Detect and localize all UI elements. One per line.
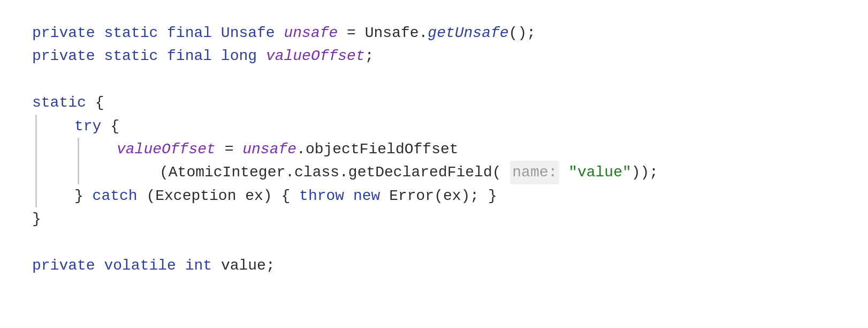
plain-text: Error(ex); } bbox=[380, 184, 497, 207]
plain-text: } bbox=[32, 207, 41, 230]
keyword: private static final bbox=[32, 21, 221, 44]
keyword: try bbox=[74, 115, 101, 138]
string-value: "value" bbox=[568, 161, 631, 184]
plain-text: (AtomicInteger.class.getDeclaredField( bbox=[159, 161, 510, 184]
keyword: long bbox=[221, 44, 266, 68]
gutter-inner-content: valueOffset = unsafe.objectFieldOffset (… bbox=[79, 138, 836, 184]
type-name: Unsafe bbox=[221, 21, 284, 44]
plain-text: .objectFieldOffset bbox=[296, 138, 458, 161]
code-line-3: static { bbox=[32, 91, 836, 114]
plain-text bbox=[344, 184, 353, 207]
code-line-8: } bbox=[32, 207, 836, 230]
plain-text: (Exception ex) { bbox=[138, 184, 299, 207]
variable: unsafe bbox=[242, 138, 296, 161]
plain-text: { bbox=[101, 115, 119, 138]
keyword: static bbox=[32, 91, 86, 114]
code-line-2: private static final long valueOffset; bbox=[32, 44, 836, 68]
plain-text: = bbox=[216, 138, 242, 161]
method-name: getUnsafe bbox=[428, 21, 508, 44]
code-line-9: private volatile int value; bbox=[32, 254, 836, 277]
blank-line bbox=[32, 68, 836, 91]
plain-text: } bbox=[74, 184, 93, 207]
plain-text: { bbox=[86, 91, 104, 114]
blank-line-2 bbox=[32, 231, 836, 254]
code-line-6: (AtomicInteger.class.getDeclaredField( n… bbox=[117, 161, 836, 184]
plain-text: = Unsafe. bbox=[338, 21, 428, 44]
keyword: new bbox=[353, 184, 380, 207]
plain-text: value; bbox=[212, 254, 275, 277]
code-line-1: private static final Unsafe unsafe = Uns… bbox=[32, 21, 836, 44]
code-line-7: } catch (Exception ex) { throw new Error… bbox=[74, 184, 836, 207]
code-line-4: try { bbox=[74, 115, 836, 138]
variable: valueOffset bbox=[117, 138, 216, 161]
plain-text: ; bbox=[365, 44, 374, 68]
keyword: int bbox=[185, 254, 212, 277]
variable: unsafe bbox=[284, 21, 338, 44]
gutter-outer: try { valueOffset = unsafe.objectFieldOf… bbox=[32, 115, 836, 208]
code-line-5: valueOffset = unsafe.objectFieldOffset bbox=[117, 138, 836, 161]
keyword: throw bbox=[299, 184, 344, 207]
gutter-outer-content: try { valueOffset = unsafe.objectFieldOf… bbox=[37, 115, 836, 208]
plain-text: )); bbox=[631, 161, 658, 184]
parameter-label: name: bbox=[510, 161, 559, 184]
plain-text bbox=[559, 161, 568, 184]
plain-text: (); bbox=[509, 21, 536, 44]
keyword: private static final bbox=[32, 44, 221, 68]
variable: valueOffset bbox=[266, 44, 365, 68]
gutter-inner: valueOffset = unsafe.objectFieldOffset (… bbox=[74, 138, 836, 184]
keyword: private volatile bbox=[32, 254, 185, 277]
keyword: catch bbox=[93, 184, 138, 207]
code-block: private static final Unsafe unsafe = Uns… bbox=[32, 21, 836, 277]
